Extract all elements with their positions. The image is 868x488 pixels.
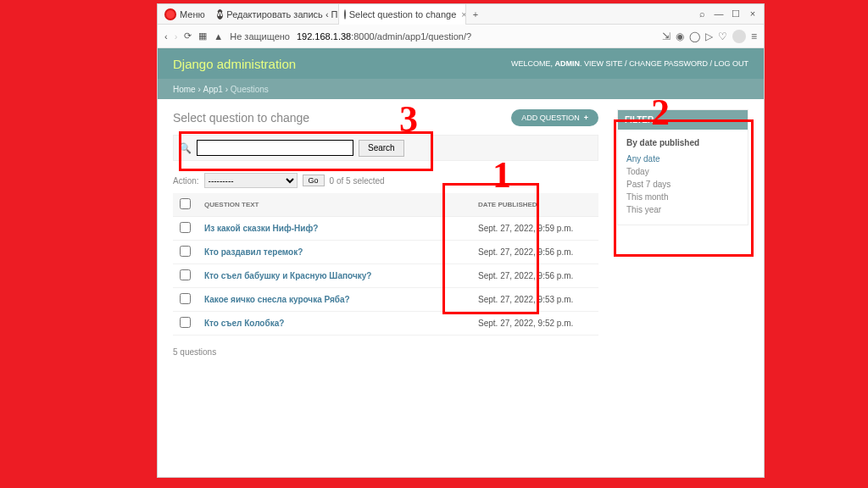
add-question-button[interactable]: ADD QUESTION + xyxy=(511,109,598,126)
breadcrumb-app[interactable]: App1 xyxy=(203,85,223,94)
logout-link[interactable]: LOG OUT xyxy=(714,59,748,68)
security-warning-icon: ▲ xyxy=(214,31,223,42)
browser-tab-strip: Меню W Редактировать запись ‹ П... × Sel… xyxy=(158,4,764,25)
date-cell: Sept. 27, 2022, 9:52 p.m. xyxy=(471,312,598,336)
filter-option[interactable]: Today xyxy=(626,165,739,178)
date-cell: Sept. 27, 2022, 9:56 p.m. xyxy=(471,264,598,288)
search-icon: 🔍 xyxy=(179,142,192,154)
filter-panel: FILTER By date published Any dateTodayPa… xyxy=(617,109,748,225)
globe-icon xyxy=(344,9,346,19)
question-link[interactable]: Кто раздавил теремок? xyxy=(204,247,303,257)
date-cell: Sept. 27, 2022, 9:53 p.m. xyxy=(471,288,598,312)
table-row: Кто съел бабушку и Красную Шапочку?Sept.… xyxy=(173,264,598,288)
minimize-button[interactable]: — xyxy=(711,8,726,19)
col-date-published[interactable]: DATE PUBLISHED xyxy=(471,193,598,217)
go-button[interactable]: Go xyxy=(303,175,325,186)
date-cell: Sept. 27, 2022, 9:56 p.m. xyxy=(471,241,598,264)
filter-title: FILTER xyxy=(618,110,748,130)
row-checkbox[interactable] xyxy=(180,222,191,233)
nav-forward-button[interactable]: › xyxy=(175,31,178,42)
user-tools: WELCOME, ADMIN. VIEW SITE / CHANGE PASSW… xyxy=(511,59,748,68)
action-label: Action: xyxy=(173,176,199,186)
plus-icon: + xyxy=(584,114,588,122)
nav-back-button[interactable]: ‹ xyxy=(164,31,168,42)
apps-icon[interactable]: ▦ xyxy=(198,30,207,42)
col-question-text[interactable]: QUESTION TEXT xyxy=(198,193,471,217)
row-checkbox[interactable] xyxy=(180,269,191,280)
breadcrumb-current: Questions xyxy=(231,85,269,94)
opera-icon xyxy=(164,8,176,20)
play-icon[interactable]: ▷ xyxy=(705,30,713,42)
change-password-link[interactable]: CHANGE PASSWORD xyxy=(629,59,708,68)
url-field[interactable]: 192.168.1.38:8000/admin/app1/question/? xyxy=(297,31,655,42)
question-link[interactable]: Кто съел бабушку и Красную Шапочку? xyxy=(204,271,371,280)
action-select[interactable]: --------- xyxy=(204,173,298,188)
menu-label: Меню xyxy=(180,9,205,19)
row-checkbox[interactable] xyxy=(180,293,191,304)
screenshot-icon[interactable]: ⇲ xyxy=(662,30,670,42)
address-bar: ‹ › ⟳ ▦ ▲ Не защищено 192.168.1.38:8000/… xyxy=(158,25,764,48)
new-tab-button[interactable]: + xyxy=(466,9,485,19)
table-row: Какое яичко снесла курочка Ряба?Sept. 27… xyxy=(173,288,598,312)
table-row: Кто съел Колобка?Sept. 27, 2022, 9:52 p.… xyxy=(173,312,598,336)
search-bar: 🔍 Search xyxy=(173,135,598,161)
filter-option[interactable]: This month xyxy=(626,191,739,203)
heart-icon[interactable]: ♡ xyxy=(718,30,727,42)
row-checkbox[interactable] xyxy=(180,317,191,328)
not-secure-label: Не защищено xyxy=(230,31,290,42)
close-window-button[interactable]: × xyxy=(745,8,760,19)
profile-avatar[interactable] xyxy=(732,30,746,43)
select-all-checkbox[interactable] xyxy=(180,198,191,209)
result-count: 5 questions xyxy=(173,347,598,357)
wordpress-icon: W xyxy=(217,9,224,19)
table-row: Кто раздавил теремок?Sept. 27, 2022, 9:5… xyxy=(173,241,598,264)
tab-label: Редактировать запись ‹ П... xyxy=(226,9,338,19)
question-link[interactable]: Из какой сказки Ниф-Ниф? xyxy=(204,224,318,233)
opera-menu-button[interactable]: Меню xyxy=(158,8,212,20)
filter-subtitle: By date published xyxy=(618,130,748,152)
filter-option[interactable]: This year xyxy=(626,203,739,216)
search-button[interactable]: Search xyxy=(359,140,404,157)
shield-icon[interactable]: ◯ xyxy=(689,30,700,42)
tab-label: Select question to change xyxy=(349,9,457,19)
page-title: Select question to change xyxy=(173,111,309,125)
filter-option[interactable]: Any date xyxy=(626,152,739,165)
table-row: Из какой сказки Ниф-Ниф?Sept. 27, 2022, … xyxy=(173,217,598,241)
results-table: QUESTION TEXT DATE PUBLISHED Из какой ск… xyxy=(173,193,598,336)
date-cell: Sept. 27, 2022, 9:59 p.m. xyxy=(471,217,598,241)
breadcrumb-home[interactable]: Home xyxy=(173,85,196,94)
tab-wordpress[interactable]: W Редактировать запись ‹ П... × xyxy=(212,4,339,25)
question-link[interactable]: Кто съел Колобка? xyxy=(204,319,284,328)
question-link[interactable]: Какое яичко снесла курочка Ряба? xyxy=(204,295,350,304)
breadcrumbs: Home › App1 › Questions xyxy=(158,79,764,99)
filter-option[interactable]: Past 7 days xyxy=(626,178,739,191)
menu-icon[interactable]: ≡ xyxy=(751,30,757,42)
tab-django-admin[interactable]: Select question to change × xyxy=(339,4,466,25)
django-header: Django administration WELCOME, ADMIN. VI… xyxy=(158,48,764,79)
reload-button[interactable]: ⟳ xyxy=(184,30,192,42)
search-glass-icon[interactable]: ⌕ xyxy=(694,8,709,19)
selected-count: 0 of 5 selected xyxy=(330,176,385,186)
maximize-button[interactable]: ☐ xyxy=(728,8,743,19)
row-checkbox[interactable] xyxy=(180,246,191,257)
camera-icon[interactable]: ◉ xyxy=(676,30,684,42)
view-site-link[interactable]: VIEW SITE xyxy=(584,59,623,68)
search-input[interactable] xyxy=(197,140,353,156)
site-title[interactable]: Django administration xyxy=(173,57,296,71)
